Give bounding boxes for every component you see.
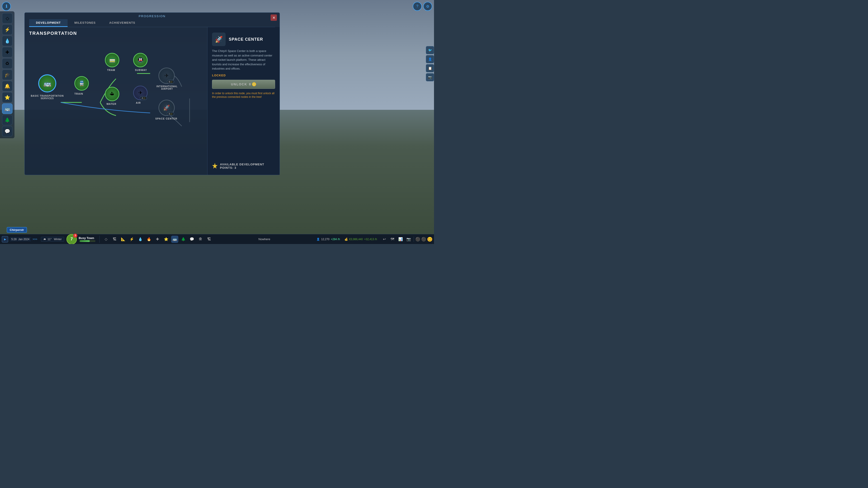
toolbar-chat[interactable]: 💬 [188,236,195,243]
toolbar-map[interactable]: 🗺 [389,236,396,243]
tab-achievements[interactable]: ACHIEVEMENTS [102,19,142,27]
detail-icon: 🚀 [212,33,225,46]
node-air[interactable]: ✈ 4 ⬡ [133,86,148,100]
node-space-center-label: SPACE CENTER [155,117,177,120]
node-water-transport[interactable]: ⛴ [105,87,119,101]
node-tram-label: TRAM [107,69,115,71]
toolbar-zone[interactable]: ◇ [102,236,110,243]
node-space-center[interactable]: 🚀 8 ⬡ [158,100,175,116]
section-title: TRANSPORTATION [29,31,203,36]
time-display: 5:28 Jan 2024 [9,237,31,241]
play-button[interactable]: ▶ [2,236,8,242]
speed-icon[interactable]: >>> [33,238,37,241]
toolbar-road[interactable]: 🏗 [111,236,118,243]
level-number: 7 [70,237,73,241]
city-name: Nowhere [258,237,270,241]
game-date: Jan 2024 [18,238,29,241]
money-value: €3,986,440 [349,238,363,241]
toolbar-electricity[interactable]: ⚡ [128,236,135,243]
node-tram[interactable]: 🚃 [105,53,119,67]
reaction-neutral[interactable]: ⚫ [415,237,420,242]
modal-body: TRANSPORTATION [25,27,280,175]
dev-points-label: AVAILABLE DEVELOPMENT POINTS: 3 [220,163,275,169]
screenshot-button[interactable]: 📷 [426,73,434,81]
toolbar-undo[interactable]: ↩ [381,236,388,243]
population-value: 12,270 [321,238,330,241]
sidebar-item-police[interactable]: ⭐ [2,92,12,103]
unlock-button[interactable]: UNLOCK 8 ⬡ [212,80,275,89]
unlock-label: UNLOCK [231,83,247,86]
toolbar-police[interactable]: ⭐ [162,236,170,243]
sidebar-item-chat[interactable]: 💬 [2,126,12,136]
dev-points-icon [212,163,218,169]
toolbar-water[interactable]: 💧 [137,236,144,243]
play-icon: ▶ [4,238,6,241]
tab-development[interactable]: DEVELOPMENT [29,19,68,27]
toolbar-fire[interactable]: 🔥 [145,236,153,243]
node-airport-label: INTERNATIONALAIRPORT [153,85,181,90]
toolbar-photo[interactable]: 📷 [405,236,412,243]
toolbar-chart[interactable]: 📊 [397,236,404,243]
sidebar-item-fire[interactable]: 🔔 [2,81,12,91]
sidebar-item-electricity[interactable]: ⚡ [2,24,12,35]
node-train[interactable]: 🚆 [74,76,89,91]
node-international-airport[interactable]: ✈ 8 ⬡ [158,68,175,84]
city-name-bar: Nowhere [248,237,281,241]
xp-fill [80,240,90,242]
citizen-button[interactable]: 👤 [426,55,434,63]
season: Winter [54,238,62,241]
level-badge[interactable]: 7 3 [66,234,77,244]
money-widget: 💰 €3,986,440 +32,413 /h [342,238,379,241]
notepad-button[interactable]: 📋 [426,64,434,72]
detail-description: The ChirpX Space Center is both a space … [212,49,275,71]
node-basic-transport[interactable]: 🚌 [38,74,56,92]
modal-close-button[interactable]: ✕ [271,14,277,21]
top-right-buttons: ? ⚙ [413,2,432,11]
notif-count: 3 [74,234,76,237]
pop-icon: 👤 [316,238,320,241]
street-name: Chirperstr [10,228,24,232]
reaction-neutral2[interactable]: ⚫ [421,237,426,242]
toolbar-icons: ◇ 🏗 📐 ⚡ 💧 🔥 ✚ ⭐ 🚌 🌲 💬 🏚 🏗 [101,236,215,243]
toolbar-health[interactable]: ✚ [154,236,161,243]
money-icon: 💰 [344,238,348,241]
reaction-happy[interactable]: 😊 [427,236,433,242]
help-button[interactable]: ? [413,2,422,11]
chirp-button[interactable]: 🐦 [426,46,434,54]
toolbar-transport[interactable]: 🚌 [171,236,178,243]
detail-panel: 🚀 SPACE CENTER The ChirpX Space Center i… [207,27,280,175]
city-display-name: Busy Town [79,236,96,240]
settings-icon: ⚙ [426,4,429,8]
modal-tabs: DEVELOPMENT MILESTONES ACHIEVEMENTS [29,19,275,27]
sidebar-item-education[interactable]: 🎓 [2,70,12,80]
detail-title: SPACE CENTER [229,37,263,42]
node-subway[interactable]: 🚇 [133,53,148,67]
sidebar-item-zone[interactable]: ◇ [2,13,12,24]
toolbar-snap[interactable]: 📐 [120,236,127,243]
cost-value: 8 [249,83,251,86]
toolbar-build2[interactable]: 🏗 [206,236,213,243]
detail-header: 🚀 SPACE CENTER [212,33,275,46]
node-basic-transport-label: BASIC TRANSPORTATIONSERVICES [30,95,64,100]
info-button[interactable]: ℹ [2,2,11,11]
weather-widget: 🌧 11° Winter [41,237,64,242]
tab-milestones[interactable]: MILESTONES [68,19,102,27]
dev-tree-panel: TRANSPORTATION [25,27,207,175]
node-train-label: TRAIN [74,92,83,95]
detail-status: LOCKED [212,74,275,77]
weather-icon: 🌧 [43,238,46,241]
settings-button[interactable]: ⚙ [423,2,432,11]
detail-warning: In order to unlock this node, you must f… [212,92,275,99]
city-street-badge: Chirperstr [7,227,27,233]
toolbar-bulldoze[interactable]: 🏚 [197,236,204,243]
sidebar-item-recycling[interactable]: ♻ [2,58,12,69]
sidebar-item-water[interactable]: 💧 [2,36,12,46]
toolbar-parks[interactable]: 🌲 [180,236,187,243]
speed-buttons[interactable]: >>> [33,238,37,241]
node-air-label: AIR [136,101,141,104]
sidebar-item-health[interactable]: ✚ [2,47,12,57]
sidebar-item-transport[interactable]: 🚌 [2,103,12,114]
level-notification: 3 [73,234,77,238]
sidebar-item-parks[interactable]: 🌲 [2,115,12,125]
unlock-cost: 8 ⬡ [249,82,256,86]
